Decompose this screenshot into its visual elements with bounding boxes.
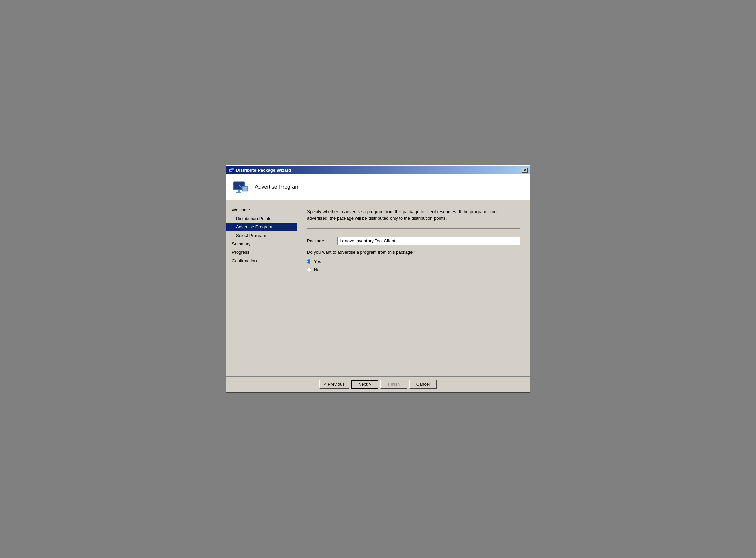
cancel-button[interactable]: Cancel: [409, 380, 437, 389]
sidebar: Welcome Distribution Points Advertise Pr…: [226, 200, 297, 376]
title-bar: Distribute Package Wizard ✕: [226, 166, 530, 174]
package-field-row: Package:: [307, 237, 520, 245]
wizard-window: Distribute Package Wizard ✕ Advertise Pr…: [226, 165, 530, 393]
svg-rect-5: [238, 190, 240, 192]
radio-no-label[interactable]: No: [314, 267, 320, 272]
question-text: Do you want to advertise a program from …: [307, 250, 520, 255]
radio-yes-row: Yes: [307, 259, 520, 264]
sidebar-item-advertise-program[interactable]: Advertise Program: [226, 223, 297, 231]
radio-yes-label[interactable]: Yes: [314, 259, 321, 264]
title-bar-left: Distribute Package Wizard: [228, 168, 291, 173]
sidebar-item-distribution-points[interactable]: Distribution Points: [226, 214, 297, 223]
radio-no-row: No: [307, 267, 520, 272]
svg-point-2: [231, 168, 234, 170]
wizard-title-icon: [228, 168, 234, 173]
divider: [307, 228, 520, 229]
svg-rect-6: [236, 192, 241, 193]
description-text: Specify whether to advertise a program f…: [307, 208, 520, 222]
package-input[interactable]: [337, 237, 520, 245]
previous-button[interactable]: < Previous: [319, 380, 349, 389]
sidebar-item-progress[interactable]: Progress: [226, 248, 297, 256]
svg-rect-1: [230, 170, 232, 171]
main-panel: Specify whether to advertise a program f…: [297, 200, 530, 376]
radio-no[interactable]: [307, 268, 311, 272]
radio-yes[interactable]: [307, 259, 311, 264]
content-area: Welcome Distribution Points Advertise Pr…: [226, 200, 530, 376]
sidebar-item-confirmation[interactable]: Confirmation: [226, 256, 297, 265]
close-button[interactable]: ✕: [522, 168, 528, 173]
sidebar-item-summary[interactable]: Summary: [226, 240, 297, 248]
next-button[interactable]: Next >: [351, 380, 378, 389]
finish-button[interactable]: Finish: [380, 380, 407, 389]
sidebar-item-select-program[interactable]: Select Program: [226, 231, 297, 240]
header-title: Advertise Program: [255, 184, 300, 190]
header-icon: [232, 179, 249, 195]
package-label: Package:: [307, 238, 337, 243]
title-bar-text: Distribute Package Wizard: [236, 168, 291, 173]
svg-rect-8: [243, 187, 247, 191]
sidebar-item-welcome[interactable]: Welcome: [226, 206, 297, 214]
header-area: Advertise Program: [226, 174, 530, 200]
footer-area: < Previous Next > Finish Cancel: [226, 376, 530, 392]
